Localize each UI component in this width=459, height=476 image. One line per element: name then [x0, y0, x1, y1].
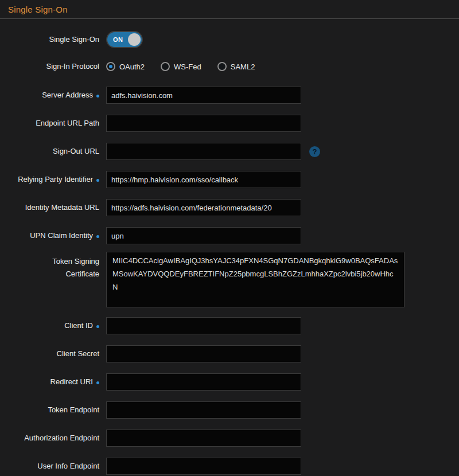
upn-claim-identity-label: UPN Claim Identity	[7, 231, 99, 240]
help-icon[interactable]: ?	[309, 146, 320, 157]
radio-icon-saml2[interactable]	[217, 62, 227, 71]
client-secret-label: Client Secret	[7, 349, 99, 358]
toggle-state-label: ON	[113, 32, 123, 47]
form-row-protocol: Sign-In Protocol OAuth2 WS-Fed SAML2	[7, 62, 459, 71]
toggle-knob	[128, 33, 141, 46]
form-row-relying-party-identifier: Relying Party Identifier	[7, 171, 459, 188]
redirect-uri-label: Redirect URI	[7, 377, 99, 387]
form-row-authorization-endpoint: Authorization Endpoint	[7, 430, 459, 447]
page-title: Single Sign-On	[8, 5, 451, 14]
redirect-uri-input[interactable]	[106, 373, 301, 391]
radio-option-oauth2[interactable]: OAuth2	[106, 62, 145, 71]
token-signing-certificate-label: Token Signing Certificate	[7, 252, 99, 279]
authorization-endpoint-label: Authorization Endpoint	[7, 434, 99, 443]
form-row-token-endpoint: Token Endpoint	[7, 401, 459, 419]
protocol-label: Sign-In Protocol	[7, 62, 99, 71]
required-indicator	[96, 95, 99, 97]
form-row-upn-claim-identity: UPN Claim Identity	[7, 227, 459, 244]
upn-claim-identity-input[interactable]	[106, 227, 301, 244]
form-row-client-secret: Client Secret	[7, 345, 459, 362]
authorization-endpoint-input[interactable]	[106, 430, 301, 447]
form-row-identity-metadata-url: Identity Metadata URL	[7, 199, 459, 216]
form-row-client-id: Client ID	[7, 317, 459, 334]
user-info-endpoint-input[interactable]	[106, 458, 301, 475]
relying-party-identifier-label: Relying Party Identifier	[7, 175, 99, 184]
radio-icon-ws-fed[interactable]	[161, 62, 170, 71]
server-address-input[interactable]	[106, 87, 301, 104]
sign-out-url-label: Sign-Out URL	[7, 147, 99, 156]
user-info-endpoint-label: User Info Endpoint	[7, 462, 99, 471]
endpoint-url-path-label: Endpoint URL Path	[7, 119, 99, 128]
token-endpoint-label: Token Endpoint	[7, 405, 99, 415]
sso-settings-form: Single Sign-On ON Sign-In Protocol OAuth…	[0, 19, 459, 475]
client-id-label: Client ID	[7, 321, 99, 330]
token-endpoint-input[interactable]	[106, 401, 301, 419]
sign-out-url-input[interactable]	[106, 143, 301, 160]
required-indicator	[96, 325, 99, 328]
form-row-token-signing-certificate: Token Signing Certificate	[7, 252, 459, 307]
identity-metadata-url-label: Identity Metadata URL	[7, 203, 99, 212]
form-row-user-info-endpoint: User Info Endpoint	[7, 458, 459, 475]
relying-party-identifier-input[interactable]	[106, 171, 301, 188]
required-indicator	[96, 179, 99, 182]
protocol-radio-group: OAuth2 WS-Fed SAML2	[106, 62, 255, 71]
client-id-input[interactable]	[106, 317, 301, 334]
radio-option-saml2[interactable]: SAML2	[217, 62, 255, 71]
token-signing-certificate-textarea[interactable]	[106, 252, 404, 307]
radio-option-ws-fed[interactable]: WS-Fed	[161, 62, 201, 71]
sso-toggle[interactable]: ON	[106, 31, 143, 48]
server-address-label: Server Address	[7, 91, 99, 100]
client-secret-input[interactable]	[106, 345, 301, 362]
form-row-server-address: Server Address	[7, 87, 459, 104]
endpoint-url-path-input[interactable]	[106, 115, 301, 132]
page-header: Single Sign-On	[0, 0, 459, 19]
required-indicator	[96, 381, 99, 384]
form-row-sso-toggle: Single Sign-On ON	[7, 31, 459, 48]
sso-toggle-label: Single Sign-On	[7, 35, 99, 44]
identity-metadata-url-input[interactable]	[106, 199, 301, 216]
required-indicator	[96, 235, 99, 238]
radio-icon-oauth2[interactable]	[106, 62, 115, 71]
form-row-redirect-uri: Redirect URI	[7, 373, 459, 391]
form-row-sign-out-url: Sign-Out URL ?	[7, 143, 459, 160]
form-row-endpoint-url-path: Endpoint URL Path	[7, 115, 459, 132]
